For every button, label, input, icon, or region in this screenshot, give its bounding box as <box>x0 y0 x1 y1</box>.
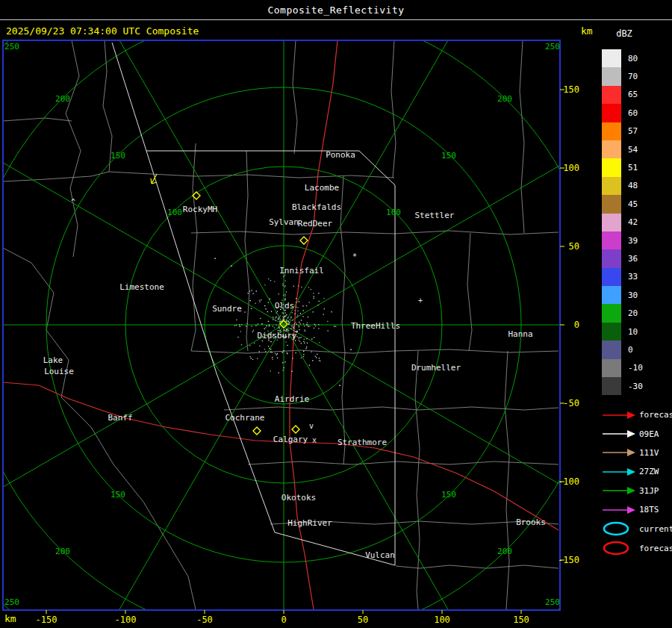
colorbar-row: 33 <box>602 268 653 286</box>
colorbar-swatch <box>602 323 621 341</box>
echo-dot <box>296 352 296 353</box>
range-ring-label: 200 <box>497 94 512 104</box>
colorbar-swatch <box>602 67 621 85</box>
echo-dot <box>328 330 329 331</box>
echo-dot <box>309 326 310 326</box>
echo-dot <box>277 311 278 311</box>
colorbar-row: 51 <box>602 158 653 176</box>
echo-dot <box>315 356 316 357</box>
echo-dot <box>265 308 266 309</box>
x-tick-label: -150 <box>36 615 57 625</box>
colorbar-value: 51 <box>621 163 653 172</box>
echo-dot <box>311 352 311 352</box>
city-label: Hanna <box>508 329 532 339</box>
echo-dot <box>308 287 309 287</box>
colorbar-row: 60 <box>602 104 653 122</box>
echo-dot <box>314 328 314 329</box>
echo-dot <box>273 317 273 317</box>
echo-dot <box>314 298 314 299</box>
city-label: HighRiver <box>287 518 332 528</box>
city-label: Innisfail <box>279 266 324 276</box>
product-timestamp: 2025/09/23 07:34:00 UTC Composite <box>6 25 199 37</box>
arrow-head <box>627 449 635 456</box>
county-boundaries <box>191 349 559 353</box>
echo-dot <box>303 351 304 352</box>
echo-dot <box>299 340 299 341</box>
echo-dot <box>282 370 283 370</box>
echo-dot <box>301 337 302 338</box>
echo-dot <box>264 305 265 306</box>
echo-dot <box>294 310 295 311</box>
arrow-head <box>627 411 635 419</box>
colorbar-swatch <box>602 359 621 377</box>
county-boundaries <box>520 40 524 233</box>
echo-dot <box>306 338 307 339</box>
colorbar-row: 65 <box>602 86 653 104</box>
site-marker-diamond <box>253 427 261 435</box>
echo-dot <box>299 322 299 323</box>
coverage-outline <box>112 43 395 565</box>
echo-dot <box>283 295 284 296</box>
echo-dot <box>302 316 303 317</box>
colorbar-swatch <box>602 377 621 395</box>
echo-dot <box>252 326 252 326</box>
colorbar-value: 0 <box>621 345 653 355</box>
echo-dot <box>296 324 297 325</box>
echo-dot <box>299 326 299 327</box>
echo-dot <box>292 320 293 320</box>
echo-dot <box>282 317 283 317</box>
colorbar-row: 10 <box>602 323 653 341</box>
echo-dot <box>275 320 276 321</box>
echo-dot <box>303 356 304 357</box>
point-symbol: . <box>213 252 217 261</box>
legend-arrow-icon <box>602 485 636 496</box>
echo-dot <box>281 312 282 313</box>
echo-dot <box>283 276 284 277</box>
county-boundaries <box>224 407 559 410</box>
echo-dot <box>286 329 287 330</box>
colorbar-value: 33 <box>621 272 653 282</box>
echo-dot <box>251 358 252 358</box>
echo-dot <box>286 291 287 292</box>
colorbar-swatch <box>602 286 621 304</box>
echo-dot <box>285 281 286 282</box>
echo-dot <box>270 299 270 299</box>
echo-dot <box>285 285 286 286</box>
point-symbol: + <box>418 296 423 305</box>
echo-dot <box>290 322 290 323</box>
radar-display[interactable]: 2502001501001001502002501502002501502002… <box>0 0 672 628</box>
echo-dot <box>287 320 288 321</box>
echo-dot <box>313 311 314 312</box>
range-ring-label: 200 <box>497 547 512 556</box>
echo-dot <box>296 298 296 299</box>
city-label: Brooks <box>516 517 546 527</box>
echo-dot <box>305 329 305 330</box>
y-tick-label: 50 <box>569 241 579 252</box>
city-label: Calgary <box>273 435 308 444</box>
county-boundaries <box>3 172 109 181</box>
echo-dot <box>259 351 260 352</box>
coverage-outline <box>112 43 146 151</box>
echo-dot <box>290 319 290 320</box>
county-boundaries <box>505 351 509 609</box>
echo-dot <box>267 311 268 312</box>
county-boundaries <box>396 565 559 568</box>
echo-dot <box>324 308 325 309</box>
echo-dot <box>335 326 336 327</box>
colorbar-value: -10 <box>621 363 653 373</box>
legend-item: 27ZW <box>602 462 672 481</box>
window-title-bar[interactable]: Composite_Reflectivity <box>0 0 672 20</box>
legend-ellipse-icon <box>602 520 636 537</box>
colorbar-swatch <box>602 231 621 249</box>
echo-dot <box>277 353 278 354</box>
point-symbol: ^ <box>71 198 75 206</box>
legend-label: 111V <box>636 448 659 458</box>
colorbar-value: 42 <box>621 217 653 227</box>
echo-dot <box>306 325 307 326</box>
echo-dot <box>303 341 304 342</box>
echo-dot <box>279 293 279 294</box>
x-marker: x <box>312 436 317 444</box>
echo-dot <box>276 354 277 355</box>
echo-dot <box>303 323 304 324</box>
echo-dot <box>295 323 296 323</box>
